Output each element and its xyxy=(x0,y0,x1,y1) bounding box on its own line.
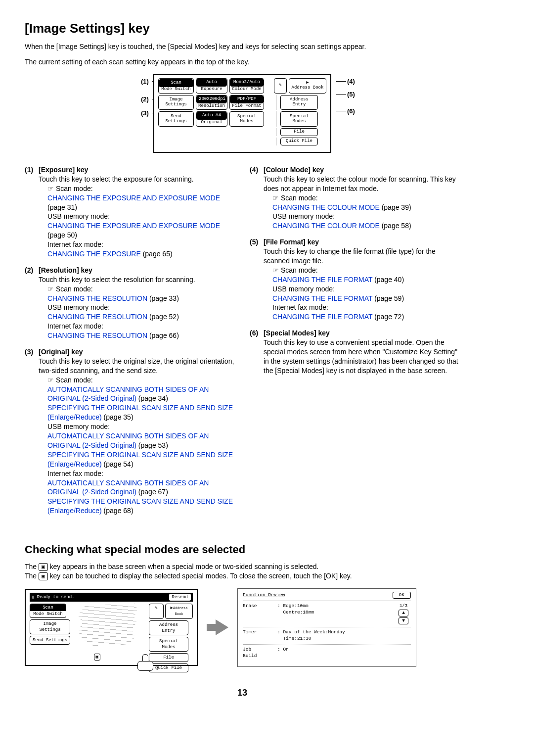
callout-5: (5) xyxy=(347,90,355,99)
key-title: [Exposure] key xyxy=(39,165,235,175)
link-line: CHANGING THE EXPOSURE AND EXPOSURE MODE … xyxy=(47,193,235,212)
link-line: AUTOMATICALLY SCANNING BOTH SIDES OF AN … xyxy=(47,478,235,497)
doc-link[interactable]: SPECIFYING THE ORIGINAL SCAN SIZE AND SE… xyxy=(47,451,233,468)
key-desc: Touch this key to select the colour mode… xyxy=(264,175,460,193)
callout-1: (1) xyxy=(141,77,149,86)
doc-link[interactable]: SPECIFYING THE ORIGINAL SCAN SIZE AND SE… xyxy=(47,404,233,421)
colour-mode-key[interactable]: Mono2/Auto Colour Mode xyxy=(229,78,264,94)
review-icon-2: ▣ xyxy=(39,572,48,581)
original-key[interactable]: Auto A4 Original xyxy=(196,111,227,127)
mode-label: Internet fax mode: xyxy=(47,322,235,331)
function-review-panel: Function Review OK Erase: Edge:10mm Cent… xyxy=(237,588,416,667)
callout-6: (6) xyxy=(347,107,355,116)
section2-line1: The ▣ key appears in the base screen whe… xyxy=(25,562,460,571)
doc-link[interactable]: CHANGING THE FILE FORMAT xyxy=(272,313,372,321)
link-line: CHANGING THE RESOLUTION (page 52) xyxy=(47,312,235,322)
key-item: (6)[Special Modes] keyTouch this key to … xyxy=(250,329,460,375)
page-number: 13 xyxy=(25,687,460,699)
review-row: Timer: Day of the Week:Monday Time:21:30 xyxy=(243,627,411,645)
resolution-key[interactable]: 200X200dpi Resolution xyxy=(196,95,227,110)
doc-link[interactable]: CHANGING THE FILE FORMAT xyxy=(272,276,372,284)
link-line: CHANGING THE COLOUR MODE (page 58) xyxy=(272,221,460,231)
review-row: Erase: Edge:10mm Centre:10mm1/3▲▼ xyxy=(243,601,411,627)
function-review-title: Function Review xyxy=(243,592,285,599)
intro-1: When the [Image Settings] key is touched… xyxy=(25,42,460,51)
image-settings-key[interactable]: Image Settings xyxy=(158,95,194,110)
key-desc: Touch this key to select the exposure fo… xyxy=(39,175,235,184)
doc-link[interactable]: CHANGING THE RESOLUTION xyxy=(47,294,147,302)
scroll-down-button[interactable]: ▼ xyxy=(399,617,408,624)
mode-label: ☞ Scan mode: xyxy=(272,266,460,275)
doc-link[interactable]: AUTOMATICALLY SCANNING BOTH SIDES OF AN … xyxy=(47,432,209,449)
doc-link[interactable]: CHANGING THE EXPOSURE xyxy=(47,250,141,258)
mode-label: Internet fax mode: xyxy=(47,469,235,478)
doc-link[interactable]: CHANGING THE EXPOSURE AND EXPOSURE MODE xyxy=(47,194,220,202)
preview-icon-2[interactable]: ✎ xyxy=(149,604,164,618)
scroll-up-button[interactable]: ▲ xyxy=(399,610,408,616)
callout-2: (2) xyxy=(141,95,149,104)
doc-link[interactable]: CHANGING THE FILE FORMAT xyxy=(272,294,372,302)
file-button[interactable]: File xyxy=(280,128,318,136)
key-item: (3)[Original] keyTouch this key to selec… xyxy=(25,347,235,516)
special-modes-button-r[interactable]: Special Modes xyxy=(280,111,318,127)
key-item: (2)[Resolution] keyTouch this key to sel… xyxy=(25,266,235,340)
address-entry-button[interactable]: Address Entry xyxy=(280,95,318,110)
mode-label: ☞ Scan mode: xyxy=(47,284,235,294)
key-desc: Touch this key to select the resolution … xyxy=(39,275,235,284)
special-modes-key[interactable]: Special Modes xyxy=(229,111,264,127)
doc-link[interactable]: CHANGING THE RESOLUTION xyxy=(47,313,147,321)
special-modes-button-2[interactable]: Special Modes xyxy=(149,637,188,652)
page-indicator: 1/3 xyxy=(396,603,411,609)
link-line: AUTOMATICALLY SCANNING BOTH SIDES OF AN … xyxy=(47,431,235,450)
mode-label: USB memory mode: xyxy=(47,303,235,312)
key-title: [Original] key xyxy=(39,347,235,357)
scan-tab[interactable]: Scan xyxy=(159,79,193,87)
key-item: (4)[Colour Mode] keyTouch this key to se… xyxy=(250,165,460,231)
review-icon: ▣ xyxy=(39,563,48,571)
link-line: AUTOMATICALLY SCANNING BOTH SIDES OF AN … xyxy=(47,385,235,404)
file-button-2[interactable]: File xyxy=(149,653,188,662)
doc-link[interactable]: CHANGING THE RESOLUTION xyxy=(47,331,147,339)
link-line: CHANGING THE RESOLUTION (page 66) xyxy=(47,331,235,340)
key-item: (1)[Exposure] keyTouch this key to selec… xyxy=(25,165,235,259)
doc-link[interactable]: CHANGING THE COLOUR MODE xyxy=(272,222,380,230)
doc-link[interactable]: AUTOMATICALLY SCANNING BOTH SIDES OF AN … xyxy=(47,479,209,496)
doc-link[interactable]: SPECIFYING THE ORIGINAL SCAN SIZE AND SE… xyxy=(47,497,233,515)
key-title: [Special Modes] key xyxy=(264,329,460,338)
quick-file-button-2[interactable]: Quick File xyxy=(149,663,188,672)
mode-label: USB memory mode: xyxy=(47,212,235,221)
doc-link[interactable]: CHANGING THE EXPOSURE AND EXPOSURE MODE xyxy=(47,222,220,230)
link-line: CHANGING THE EXPOSURE AND EXPOSURE MODE … xyxy=(47,221,235,240)
key-title: [Colour Mode] key xyxy=(264,165,460,175)
mode-label: Internet fax mode: xyxy=(47,240,235,249)
ok-button[interactable]: OK xyxy=(393,592,411,599)
doc-link[interactable]: CHANGING THE COLOUR MODE xyxy=(272,203,380,211)
quick-file-button[interactable]: Quick File xyxy=(280,138,318,145)
arrow-icon xyxy=(207,619,228,635)
address-book-button[interactable]: ▶Address Book xyxy=(289,78,326,94)
preview-icon[interactable]: ✎ xyxy=(274,78,287,94)
review-icon-small[interactable]: ▣ xyxy=(94,654,100,661)
mode-label: ☞ Scan mode: xyxy=(272,193,460,203)
exposure-key[interactable]: Auto Exposure xyxy=(196,78,227,94)
settings-diagram: (1) (2) (3) (4) (5) (6) Scan Mode Switch… xyxy=(25,74,460,153)
send-settings-key[interactable]: Send Settings xyxy=(158,111,194,127)
address-book-button-2[interactable]: ▶Address Book xyxy=(165,604,193,618)
address-entry-button-2[interactable]: Address Entry xyxy=(149,620,188,635)
resend-button[interactable]: Resend xyxy=(169,594,191,601)
mode-switch-label: Mode Switch xyxy=(159,87,193,92)
doc-link[interactable]: AUTOMATICALLY SCANNING BOTH SIDES OF AN … xyxy=(47,385,209,403)
intro-2: The current setting of each scan setting… xyxy=(25,57,460,67)
base-screen-panel: ▯ Ready to send. Resend Scan Mode Switch… xyxy=(25,589,198,666)
finger-icon xyxy=(137,654,154,671)
callout-3: (3) xyxy=(141,109,149,118)
key-desc: Touch this key to change the file format… xyxy=(264,247,460,266)
mode-label: USB memory mode: xyxy=(272,284,460,294)
file-format-key[interactable]: PDF/PDF File Format xyxy=(229,95,264,110)
link-line: CHANGING THE RESOLUTION (page 33) xyxy=(47,294,235,303)
image-settings-button[interactable]: Image Settings xyxy=(30,619,70,634)
link-line: SPECIFYING THE ORIGINAL SCAN SIZE AND SE… xyxy=(47,403,235,422)
link-line: CHANGING THE FILE FORMAT (page 59) xyxy=(272,294,460,303)
send-settings-button[interactable]: Send Settings xyxy=(30,636,70,645)
link-line: CHANGING THE FILE FORMAT (page 72) xyxy=(272,312,460,322)
